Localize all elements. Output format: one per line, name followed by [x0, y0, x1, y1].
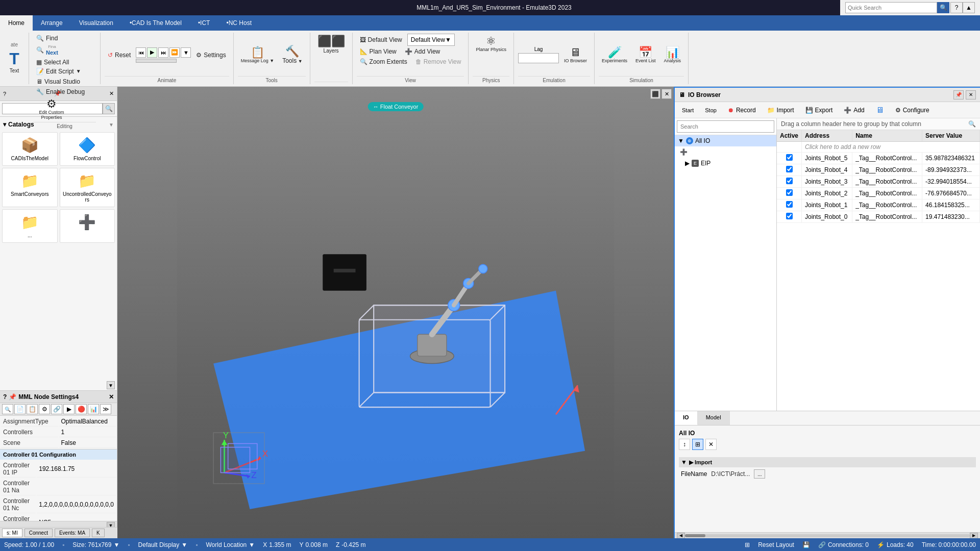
help-button[interactable]: ?: [950, 2, 963, 13]
scroll-right-button[interactable]: ▶: [970, 533, 978, 539]
analysis-button[interactable]: 📊 Analysis: [661, 45, 684, 65]
status-size[interactable]: Size: 761x769 ▼: [72, 541, 119, 548]
io-browser-button[interactable]: 🖥 IO Browser: [561, 45, 590, 65]
play-button[interactable]: ▶: [147, 47, 157, 58]
io-horizontal-scrollbar[interactable]: ◀ ▶: [675, 532, 980, 538]
catalog-item-add[interactable]: ➕: [60, 209, 115, 243]
plan-view-button[interactable]: 📐Plan View: [357, 47, 400, 56]
checkbox-robot0[interactable]: [786, 213, 793, 219]
tab-status-mi[interactable]: s: MI: [2, 529, 22, 537]
settings-search-button[interactable]: 🔍: [2, 404, 13, 414]
settings-btn5[interactable]: ▶: [63, 404, 75, 414]
planar-physics-button[interactable]: ⚛ Planar Physics: [473, 34, 509, 54]
all-io-btn3[interactable]: ✕: [705, 439, 717, 450]
find-button[interactable]: 🔍Find: [33, 34, 61, 43]
zoom-extents-button[interactable]: 🔍Zoom Extents: [357, 57, 410, 66]
settings-btn7[interactable]: 📊: [88, 404, 99, 414]
default-view-dropdown[interactable]: Default View ▼: [407, 34, 455, 46]
reset-button[interactable]: ↺Reset: [105, 51, 134, 60]
ribbon-collapse-button[interactable]: ▲: [963, 2, 975, 13]
layers-button[interactable]: ⬛⬛ Layers: [314, 34, 348, 56]
checkbox-robot5[interactable]: [786, 154, 793, 161]
checkbox-robot1[interactable]: [786, 201, 793, 208]
settings-btn4[interactable]: 🔗: [51, 404, 62, 414]
add-new-row[interactable]: Click here to add a new row: [777, 142, 980, 153]
settings-btn6[interactable]: 🔴: [76, 404, 87, 414]
catalog-item-more[interactable]: 📁 ...: [2, 209, 58, 243]
tab-home[interactable]: Home: [0, 15, 33, 31]
enable-debug-button[interactable]: 🔧Enable Debug: [33, 87, 88, 96]
node-settings-close-icon[interactable]: ✕: [109, 393, 114, 400]
remove-view-button[interactable]: 🗑Remove View: [412, 57, 464, 66]
tab-cad[interactable]: •CAD Is The Model: [121, 15, 190, 31]
io-browser-close-button[interactable]: ✕: [966, 90, 976, 99]
text-button[interactable]: T Text: [4, 48, 24, 76]
settings-more-button[interactable]: ≫: [100, 404, 111, 414]
tab-events-ma[interactable]: Events: MA: [55, 529, 90, 537]
find-next-button[interactable]: 🔍 Fina Next: [33, 44, 61, 57]
tools-button[interactable]: 🔨 Tools ▼: [279, 44, 305, 66]
status-save-icon[interactable]: 💾: [802, 541, 810, 548]
more-button[interactable]: ▼: [181, 47, 191, 58]
tab-visualization[interactable]: Visualization: [71, 15, 121, 31]
play-step-forward-button[interactable]: ⏭: [158, 47, 168, 58]
status-display[interactable]: Default Display ▼: [138, 541, 188, 548]
io-search-icon[interactable]: 🔍: [968, 120, 976, 128]
lag-input[interactable]: [518, 53, 559, 63]
io-tree-eip[interactable]: ▶ E EIP: [675, 158, 776, 169]
tab-connect[interactable]: Connect: [24, 529, 53, 537]
io-import-button[interactable]: 📁 Import: [763, 105, 798, 115]
io-tree-add-row[interactable]: ➕: [677, 146, 776, 158]
tab-nc-host[interactable]: •NC Host: [218, 15, 260, 31]
io-search-input[interactable]: [677, 120, 774, 133]
select-all-button[interactable]: ▦Select All: [33, 58, 72, 67]
message-log-button[interactable]: 📋 Message Log ▼: [238, 45, 277, 65]
settings-btn1[interactable]: 📄: [14, 404, 26, 414]
event-list-button[interactable]: 📅 Event List: [632, 45, 659, 65]
play-step-back-button[interactable]: ⏮: [136, 47, 146, 58]
filename-browse-button[interactable]: ...: [754, 469, 765, 479]
settings-button[interactable]: ⚙Settings: [193, 51, 229, 60]
checkbox-robot3[interactable]: [786, 178, 793, 184]
catalog-item-smartconveyors[interactable]: 📁 SmartConveyors: [2, 168, 58, 207]
tab-io[interactable]: IO: [675, 411, 698, 425]
default-view-button[interactable]: 🖼Default View: [357, 35, 405, 44]
scroll-down-button[interactable]: ▼: [107, 381, 115, 389]
tab-k[interactable]: K: [92, 529, 105, 537]
tab-model[interactable]: Model: [698, 411, 730, 425]
io-tree-all-io[interactable]: ▼ ⊕ All IO: [675, 135, 776, 146]
catalog-item-flowcontrol[interactable]: 🔷 FlowControl: [60, 132, 115, 166]
edit-custom-props-button[interactable]: ⚙ Edit Custom Properties: [33, 96, 70, 122]
import-expand-button[interactable]: ▼ ▶ Import: [679, 457, 976, 467]
viewport-close-button[interactable]: ✕: [662, 89, 672, 99]
quick-search-input[interactable]: [845, 2, 937, 13]
io-export-button[interactable]: 💾 Export: [801, 105, 837, 115]
io-active-mode-button[interactable]: 🖥: [872, 104, 888, 116]
io-add-button[interactable]: ➕ Add: [840, 105, 868, 115]
fast-forward-button[interactable]: ⏩: [169, 47, 180, 58]
tab-arrange[interactable]: Arrange: [33, 15, 71, 31]
edit-script-button[interactable]: 📝Edit Script▼: [33, 67, 84, 76]
settings-btn2[interactable]: 📋: [27, 404, 38, 414]
status-grid-icon[interactable]: ⊞: [745, 541, 750, 548]
quick-search-button[interactable]: 🔍: [937, 2, 949, 13]
experiments-button[interactable]: 🧪 Experiments: [599, 45, 630, 65]
settings-btn3[interactable]: ⚙: [39, 404, 50, 414]
all-io-btn1[interactable]: ↕: [679, 439, 690, 450]
status-reset-layout[interactable]: Reset Layout: [758, 541, 794, 548]
add-view-button[interactable]: ➕Add View: [402, 47, 443, 56]
io-start-button[interactable]: Start: [678, 106, 698, 115]
catalog-item-uncontrolled[interactable]: 📁 UncontrolledConveyors: [60, 168, 115, 207]
sidebar-search-button[interactable]: 🔍: [103, 103, 115, 114]
visual-studio-button[interactable]: 🖥Visual Studio: [33, 77, 83, 86]
scroll-left-button[interactable]: ◀: [677, 533, 685, 539]
viewport[interactable]: ⬛ ✕ ↔ Float Conveyor: [117, 87, 674, 538]
tab-ict[interactable]: •ICT: [190, 15, 218, 31]
io-record-button[interactable]: ⏺ Record: [724, 105, 760, 115]
io-stop-button[interactable]: Stop: [701, 106, 721, 115]
all-io-btn2[interactable]: ⊞: [692, 439, 703, 450]
status-world-location[interactable]: World Location ▼: [206, 541, 255, 548]
io-configure-button[interactable]: ⚙ Configure: [891, 105, 934, 115]
io-browser-pin-button[interactable]: 📌: [953, 90, 964, 99]
viewport-btn-1[interactable]: ⬛: [650, 89, 660, 99]
